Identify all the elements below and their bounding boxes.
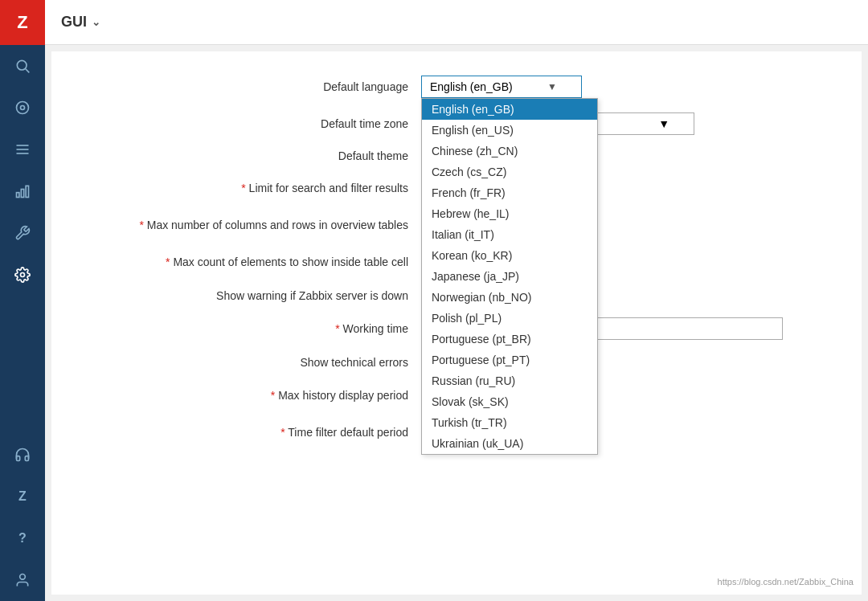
title-text: GUI: [61, 14, 87, 31]
timezone-dropdown-arrow: ▼: [658, 117, 669, 130]
time-filter-label: * Time filter default period: [84, 426, 421, 439]
lang-option-cs-cz[interactable]: Czech (cs_CZ): [422, 161, 597, 182]
sidebar-item-zabbix[interactable]: Z: [0, 476, 45, 517]
lang-option-pt-br[interactable]: Portuguese (pt_BR): [422, 329, 597, 350]
content-area: Default language English (en_GB) ▼ Engli…: [51, 51, 862, 595]
required-asterisk6: *: [280, 426, 288, 439]
svg-point-2: [17, 102, 29, 114]
lang-option-ja-jp[interactable]: Japanese (ja_JP): [422, 266, 597, 287]
lang-option-fr-fr[interactable]: French (fr_FR): [422, 182, 597, 203]
sidebar-item-help[interactable]: ?: [0, 517, 45, 559]
max-count-label-text: Max count of elements to show inside tab…: [173, 256, 408, 268]
page-header: GUI ⌄: [45, 0, 868, 45]
lang-option-pl-pl[interactable]: Polish (pl_PL): [422, 308, 597, 329]
language-selected-value: English (en_GB): [430, 80, 513, 93]
svg-point-11: [20, 574, 26, 580]
default-language-label: Default language: [84, 80, 421, 93]
max-history-label: * Max history display period: [84, 389, 421, 402]
max-count-label: * Max count of elements to show inside t…: [84, 256, 421, 268]
sidebar-item-search[interactable]: [0, 45, 45, 87]
max-history-label-text: Max history display period: [278, 389, 408, 402]
sidebar-item-reports[interactable]: [0, 170, 45, 212]
svg-point-3: [21, 106, 25, 110]
lang-option-ru-ru[interactable]: Russian (ru_RU): [422, 370, 597, 391]
working-time-label-text: Working time: [343, 322, 408, 335]
svg-point-0: [17, 60, 27, 70]
lang-option-en-us[interactable]: English (en_US): [422, 120, 597, 141]
language-dropdown-arrow: ▼: [547, 81, 557, 92]
sidebar-item-tools[interactable]: [0, 212, 45, 254]
max-columns-label: * Max number of columns and rows in over…: [84, 219, 421, 231]
lang-option-en-gb[interactable]: English (en_GB): [422, 99, 597, 120]
limit-search-label: * Limit for search and filter results: [84, 182, 421, 194]
sidebar-item-inventory[interactable]: [0, 129, 45, 170]
max-columns-label-text: Max number of columns and rows in overvi…: [147, 219, 408, 231]
default-timezone-label: Default time zone: [84, 117, 421, 130]
watermark-text: https://blog.csdn.net/Zabbix_China: [718, 577, 854, 587]
svg-line-1: [26, 69, 30, 73]
svg-point-10: [21, 273, 25, 277]
lang-option-uk-ua[interactable]: Ukrainian (uk_UA): [422, 433, 597, 454]
lang-option-it-it[interactable]: Italian (it_IT): [422, 224, 597, 245]
show-warning-label: Show warning if Zabbix server is down: [84, 289, 421, 302]
lang-option-zh-cn[interactable]: Chinese (zh_CN): [422, 141, 597, 161]
language-select-wrapper: English (en_GB) ▼ English (en_GB) Englis…: [421, 76, 582, 98]
required-asterisk5: *: [271, 389, 278, 402]
show-errors-label: Show technical errors: [84, 356, 421, 369]
required-asterisk: *: [241, 182, 248, 194]
svg-rect-9: [26, 186, 28, 197]
language-dropdown: English (en_GB) English (en_US) Chinese …: [421, 98, 598, 455]
lang-option-nb-no[interactable]: Norwegian (nb_NO): [422, 287, 597, 308]
limit-search-label-text: Limit for search and filter results: [249, 182, 408, 194]
svg-rect-7: [17, 193, 19, 198]
main-area: GUI ⌄ Default language English (en_GB) ▼…: [45, 0, 868, 601]
language-select[interactable]: English (en_GB) ▼: [421, 76, 582, 98]
required-asterisk3: *: [166, 256, 173, 268]
sidebar-item-support[interactable]: [0, 434, 45, 476]
page-title: GUI ⌄: [61, 14, 100, 31]
title-chevron-icon[interactable]: ⌄: [92, 16, 100, 28]
lang-option-he-il[interactable]: Hebrew (he_IL): [422, 203, 597, 224]
svg-rect-8: [21, 190, 23, 198]
default-language-row: Default language English (en_GB) ▼ Engli…: [84, 76, 829, 98]
zabbix-logo[interactable]: Z: [0, 0, 45, 45]
sidebar-item-settings[interactable]: [0, 254, 45, 296]
required-asterisk2: *: [139, 219, 146, 231]
default-language-control: English (en_GB) ▼ English (en_GB) Englis…: [421, 76, 582, 98]
lang-option-sk-sk[interactable]: Slovak (sk_SK): [422, 391, 597, 412]
default-theme-label: Default theme: [84, 149, 421, 162]
lang-option-pt-pt[interactable]: Portuguese (pt_PT): [422, 350, 597, 370]
sidebar-item-user[interactable]: [0, 559, 45, 601]
sidebar-item-monitoring[interactable]: [0, 87, 45, 129]
time-filter-label-text: Time filter default period: [288, 426, 408, 439]
working-time-label: * Working time: [84, 322, 421, 335]
required-asterisk4: *: [335, 322, 342, 335]
lang-option-ko-kr[interactable]: Korean (ko_KR): [422, 245, 597, 266]
sidebar: Z Z ?: [0, 0, 45, 601]
lang-option-tr-tr[interactable]: Turkish (tr_TR): [422, 412, 597, 433]
